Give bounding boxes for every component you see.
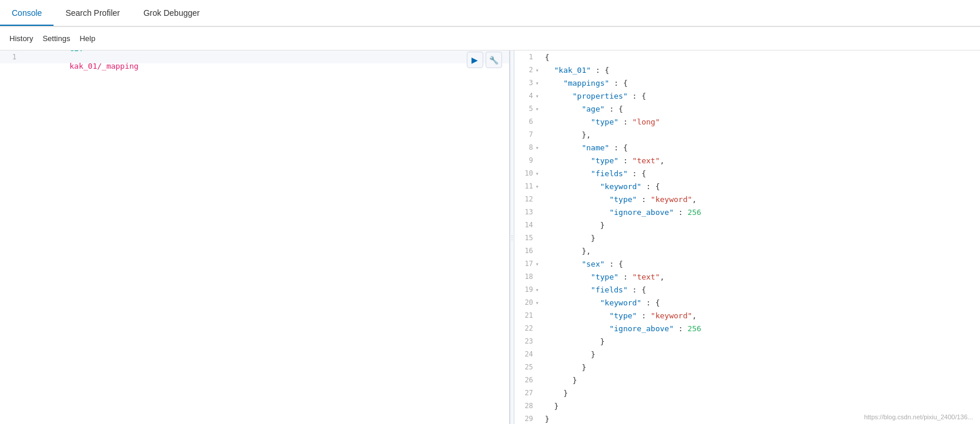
out-line-number-5: 5 (514, 105, 536, 113)
output-line-10: 10▾ "fields" : { (514, 167, 980, 180)
editor-actions: ▶ 🔧 (467, 52, 502, 68)
editor-line-1[interactable]: 1 GET kak_01/_mapping ▶ 🔧 (0, 51, 509, 63)
out-line-number-20: 20 (514, 298, 536, 307)
out-line-number-15: 15 (514, 234, 536, 242)
out-line-content-19: "fields" : { (544, 285, 980, 294)
fold-icon-17[interactable]: ▾ (536, 261, 544, 267)
history-button[interactable]: History (9, 34, 33, 43)
output-line-21: 21 "type" : "keyword", (514, 309, 980, 322)
fold-icon-11[interactable]: ▾ (536, 183, 544, 190)
output-line-11: 11▾ "keyword" : { (514, 180, 980, 193)
out-line-content-2: "kak_01" : { (544, 66, 980, 75)
output-line-19: 19▾ "fields" : { (514, 283, 980, 296)
out-line-content-4: "properties" : { (544, 92, 980, 100)
editor-lines: 1 GET kak_01/_mapping ▶ 🔧 (0, 51, 509, 424)
out-line-number-4: 4 (514, 92, 536, 100)
output-line-12: 12 "type" : "keyword", (514, 193, 980, 206)
out-line-number-16: 16 (514, 247, 536, 255)
out-line-content-14: } (544, 221, 980, 230)
tab-console[interactable]: Console (0, 1, 53, 26)
fold-icon-19[interactable]: ▾ (536, 287, 544, 293)
url-label: kak_01/_mapping (69, 62, 138, 70)
out-line-content-27: } (544, 389, 980, 398)
out-line-number-10: 10 (514, 169, 536, 177)
out-line-number-6: 6 (514, 117, 536, 126)
line-number-1: 1 (0, 53, 21, 61)
out-line-content-26: } (544, 376, 980, 385)
fold-icon-20[interactable]: ▾ (536, 300, 544, 306)
space (69, 53, 74, 62)
run-icon: ▶ (471, 55, 478, 65)
out-line-content-20: "keyword" : { (544, 298, 980, 307)
editor-pane: 1 GET kak_01/_mapping ▶ 🔧 (0, 51, 510, 424)
out-line-content-10: "fields" : { (544, 169, 980, 178)
run-button[interactable]: ▶ (467, 52, 483, 68)
line-content-1[interactable]: GET kak_01/_mapping (21, 51, 509, 79)
out-line-number-18: 18 (514, 272, 536, 281)
out-line-content-23: } (544, 337, 980, 346)
fold-icon-3[interactable]: ▾ (536, 80, 544, 86)
output-line-17: 17▾ "sex" : { (514, 257, 980, 270)
tab-search-profiler[interactable]: Search Profiler (53, 1, 132, 26)
fold-icon-10[interactable]: ▾ (536, 170, 544, 177)
output-line-13: 13 "ignore_above" : 256 (514, 206, 980, 218)
output-line-15: 15 } (514, 231, 980, 244)
tab-grok-debugger[interactable]: Grok Debugger (132, 1, 212, 26)
out-line-number-19: 19 (514, 285, 536, 294)
output-line-2: 2▾ "kak_01" : { (514, 63, 980, 76)
out-line-number-17: 17 (514, 260, 536, 268)
settings-button[interactable]: Settings (42, 34, 70, 43)
out-line-content-5: "age" : { (544, 105, 980, 113)
out-line-number-1: 1 (514, 53, 536, 61)
out-line-content-25: } (544, 363, 980, 372)
top-tabs-bar: Console Search Profiler Grok Debugger (0, 0, 980, 27)
out-line-number-25: 25 (514, 363, 536, 371)
out-line-number-29: 29 (514, 415, 536, 423)
out-line-number-28: 28 (514, 402, 536, 410)
output-line-16: 16 }, (514, 244, 980, 257)
output-line-23: 23 } (514, 335, 980, 348)
fold-icon-2[interactable]: ▾ (536, 67, 544, 73)
fold-icon-4[interactable]: ▾ (536, 93, 544, 99)
url-hint: https://blog.csdn.net/pixiu_2400/136... (864, 413, 973, 420)
out-line-content-12: "type" : "keyword", (544, 195, 980, 204)
out-line-content-28: } (544, 402, 980, 410)
out-line-content-13: "ignore_above" : 256 (544, 208, 980, 217)
output-line-27: 27 } (514, 386, 980, 399)
out-line-number-11: 11 (514, 182, 536, 190)
out-line-number-9: 9 (514, 156, 536, 164)
out-line-number-3: 3 (514, 79, 536, 87)
out-line-content-11: "keyword" : { (544, 182, 980, 191)
wrench-button[interactable]: 🔧 (486, 52, 502, 68)
out-line-number-12: 12 (514, 195, 536, 203)
output-line-6: 6 "type" : "long" (514, 115, 980, 128)
out-line-number-7: 7 (514, 130, 536, 139)
out-line-number-13: 13 (514, 208, 536, 216)
output-line-26: 26 } (514, 373, 980, 386)
output-line-1: 1{ (514, 51, 980, 63)
output-line-8: 8▾ "name" : { (514, 141, 980, 154)
out-line-content-24: } (544, 350, 980, 359)
out-line-number-2: 2 (514, 66, 536, 74)
out-line-number-23: 23 (514, 337, 536, 345)
out-line-content-18: "type" : "text", (544, 272, 980, 281)
main-content: 1 GET kak_01/_mapping ▶ 🔧 ⋮ (0, 51, 980, 424)
output-line-28: 28 } (514, 399, 980, 412)
output-line-3: 3▾ "mappings" : { (514, 76, 980, 89)
fold-icon-5[interactable]: ▾ (536, 106, 544, 112)
output-line-24: 24 } (514, 348, 980, 361)
out-line-content-21: "type" : "keyword", (544, 311, 980, 320)
out-line-content-9: "type" : "text", (544, 156, 980, 165)
output-lines: 1{2▾ "kak_01" : {3▾ "mappings" : {4▾ "pr… (514, 51, 980, 424)
out-line-number-21: 21 (514, 311, 536, 319)
out-line-content-15: } (544, 234, 980, 243)
out-line-content-7: }, (544, 130, 980, 139)
fold-icon-8[interactable]: ▾ (536, 144, 544, 151)
output-line-14: 14 } (514, 218, 980, 231)
out-line-number-22: 22 (514, 324, 536, 332)
resize-handle[interactable]: ⋮ (510, 51, 514, 424)
out-line-content-3: "mappings" : { (544, 79, 980, 88)
output-line-9: 9 "type" : "text", (514, 154, 980, 167)
help-button[interactable]: Help (79, 34, 95, 43)
wrench-icon: 🔧 (489, 56, 499, 65)
